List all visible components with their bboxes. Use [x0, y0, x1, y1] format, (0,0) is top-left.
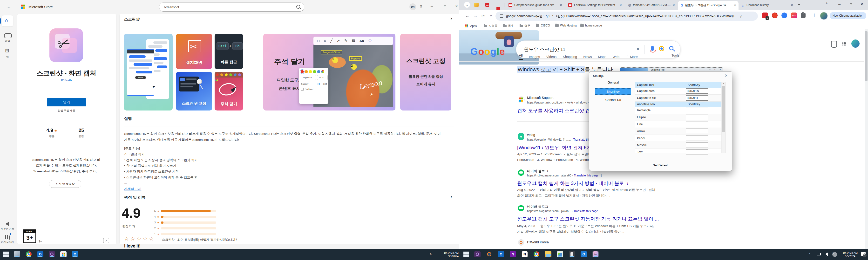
tab-fortinac-settings[interactable]: FortiNAC Settings for Persistent ✕	[566, 1, 624, 9]
result-url[interactable]: https://m.blog.naver.com › atssa60 · Tra…	[527, 174, 603, 177]
rectangle-shortcut-input[interactable]	[686, 108, 708, 113]
pencil-tool-icon[interactable]: ✎	[344, 39, 347, 43]
taskbar2-onenote-icon[interactable]: N	[510, 251, 516, 257]
notification-center-icon[interactable]: 23	[861, 252, 866, 256]
taskbar-outlook2-icon[interactable]: O	[72, 251, 78, 257]
reviews-chevron-right-icon[interactable]: ›	[451, 193, 452, 200]
result-title[interactable]: 윈도우11 캡처 도구 스크린샷 자동저장 기능 켜거나 끄는법 알아 ...	[517, 216, 659, 222]
tools-button[interactable]: Tools	[672, 53, 679, 57]
result-site[interactable]: ITWorld Korea	[527, 240, 549, 244]
capture-area-shortcut-input[interactable]: Ctrl+Alt+S	[686, 88, 708, 94]
gallery-tile-annotate-demo[interactable]: 주석 달기 다양한 도구로 콘텐츠 표시 □ ○ ╱ ↗ ✎ ▩ Aa ① Fr…	[263, 34, 396, 111]
tab-web[interactable]: Web	[613, 55, 619, 59]
pencil-shortcut-input[interactable]	[686, 136, 708, 141]
tab-news[interactable]: News	[583, 55, 592, 59]
reload-icon[interactable]: ⟳	[482, 13, 485, 19]
photos-videos-button[interactable]: 사진 및 동영상	[49, 180, 81, 188]
result-title[interactable]: 캡처 도구를 사용하여 스크린샷 캡처 ...	[517, 107, 600, 114]
set-default-button[interactable]: Set Default	[589, 163, 732, 167]
language-indicator[interactable]: A	[430, 253, 432, 256]
app-publisher-link[interactable]: IOForth	[17, 78, 116, 82]
tab-download-history[interactable]: ⭳ Download history ✕	[740, 1, 795, 9]
result-menu-icon[interactable]: ⋮	[600, 174, 603, 177]
new-tab-button[interactable]: +	[798, 2, 800, 7]
tab-close-icon[interactable]: ✕	[560, 4, 562, 7]
scroll-down-icon[interactable]: ⌄	[722, 149, 725, 152]
start-button-monitor2[interactable]	[463, 252, 469, 257]
chrome-menu-icon[interactable]: ⋮	[863, 14, 866, 17]
result-site[interactable]: 네이버 블로그	[527, 205, 548, 209]
page-scrollbar[interactable]	[865, 29, 868, 249]
taskbar2-outlook2-icon[interactable]: O	[581, 251, 587, 257]
sidebar-item-library[interactable]: 라이브러리	[0, 241, 15, 244]
line-shortcut-input[interactable]	[686, 121, 708, 127]
ellipse-tool-icon[interactable]: ○	[324, 39, 326, 43]
result-title[interactable]: 윈도우11 캡쳐 쉽게 하는 3가지 방법 - 네이버 블로그	[517, 180, 629, 187]
mosaic-shortcut-input[interactable]	[686, 143, 708, 148]
network-icon[interactable]	[817, 253, 821, 255]
games-icon[interactable]	[4, 33, 12, 38]
result-site[interactable]: 네이버 블로그	[527, 169, 548, 173]
tab-all[interactable]: All	[519, 53, 523, 60]
taskbar2-target-app-icon[interactable]	[486, 251, 492, 257]
site-info-icon[interactable]	[500, 14, 503, 18]
clock-monitor1[interactable]: 10:14:38 AM 9/5/2024	[438, 251, 459, 258]
gallery-tile-quick-access[interactable]: Ctrl + Sh 빠른 접근	[215, 34, 243, 69]
share-icon[interactable]: ↗	[103, 238, 109, 243]
window-pin-icon[interactable]: ⊼	[826, 1, 828, 5]
bookmark-folder[interactable]: 업무	[520, 24, 530, 28]
taskbar2-outlook-icon[interactable]: O	[498, 251, 504, 257]
sidebar-item-whats-new[interactable]: 새로운 기능	[0, 227, 15, 231]
store-back-icon[interactable]: ←	[7, 4, 11, 9]
apps-icon[interactable]: ⊞	[5, 48, 9, 53]
taskbar2-explorer-icon[interactable]	[545, 251, 551, 257]
tab-videos[interactable]: Videos	[546, 55, 557, 59]
taskbar-chrome-icon[interactable]	[26, 251, 32, 257]
sidebar-item-apps[interactable]: 앱	[0, 55, 15, 59]
scroll-up-icon[interactable]: ⌃	[722, 82, 725, 86]
pinned-tab-1-icon[interactable]	[474, 3, 478, 7]
bookmark-folder[interactable]: CISCO	[536, 24, 550, 27]
mini-minimize-icon[interactable]: ─	[709, 68, 711, 71]
store-minimize-button[interactable]: ─	[431, 4, 433, 8]
result-site[interactable]: velog	[527, 133, 535, 137]
taskbar-app-icon[interactable]	[14, 251, 20, 257]
chrome-minimize-button[interactable]: ─	[838, 2, 840, 6]
extension-idm-icon[interactable]: ↓	[781, 12, 787, 18]
bookmark-folder[interactable]: 동호	[503, 24, 514, 28]
tab-images[interactable]: Images	[529, 55, 540, 59]
taskbar2-chrome-icon[interactable]	[533, 251, 539, 257]
settings-nav-shortkey-selected[interactable]: ShortKey	[595, 88, 631, 95]
settings-close-icon[interactable]: ✕	[724, 73, 728, 78]
google-apps-grid-icon[interactable]	[842, 41, 846, 46]
age-rating-link[interactable]: 3+	[38, 240, 42, 243]
taskbar2-photos-icon[interactable]	[557, 251, 563, 257]
bookmark-folder[interactable]: 자격증	[484, 24, 497, 28]
settings-nav-general[interactable]: General	[595, 81, 631, 84]
mini-maximize-icon[interactable]: □	[715, 68, 716, 71]
chrome-close-button[interactable]: ✕	[861, 2, 863, 6]
bookmark-apps[interactable]: Apps	[465, 24, 477, 28]
gallery-tile-scrolling-capture[interactable]: Done ➤ 스크롤링 캡쳐	[124, 34, 173, 111]
mini-close-icon[interactable]: ✕	[719, 68, 721, 71]
omnibox[interactable]: google.com/search?q=윈도우+스크린샷+11&newwindo…	[495, 11, 758, 21]
whats-new-icon[interactable]	[5, 222, 9, 226]
translate-link[interactable]: Translate this page	[574, 174, 598, 177]
taskbar2-utility-app-icon[interactable]	[569, 251, 575, 257]
store-pin-icon[interactable]: ⊼	[420, 5, 422, 8]
line-tool-icon[interactable]: ╱	[330, 39, 333, 43]
capture-file-shortcut-input[interactable]: Ctrl+Alt+F	[686, 95, 708, 101]
taskbar2-notion-icon[interactable]: N	[522, 251, 528, 257]
teams-x-icon[interactable]: ✕	[832, 252, 837, 257]
google-account-avatar[interactable]	[851, 39, 860, 48]
result-site[interactable]: Microsoft Support	[527, 96, 554, 100]
result-url[interactable]: https://velog.io › Window11-윈도... · Tran…	[527, 138, 598, 142]
tab-shopping[interactable]: Shopping	[563, 55, 577, 59]
ellipse-shortcut-input[interactable]	[686, 115, 708, 120]
sidebar-item-games[interactable]: 게임	[0, 39, 15, 43]
arrow-shortcut-input[interactable]	[686, 128, 708, 134]
start-button[interactable]	[3, 252, 9, 257]
taskbar-outlook-icon[interactable]: O	[37, 251, 43, 257]
chrome-maximize-button[interactable]: □	[850, 2, 852, 6]
extensions-puzzle-icon[interactable]	[801, 13, 806, 18]
